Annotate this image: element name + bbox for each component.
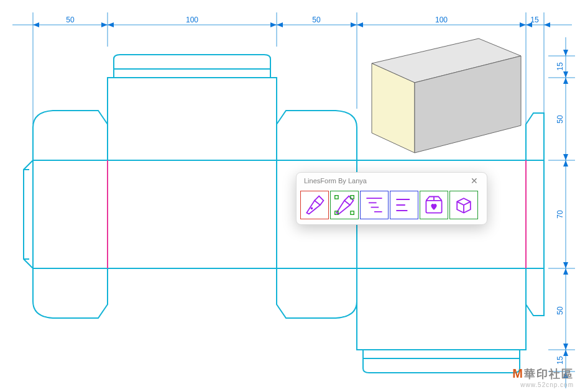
dim-right-2: 70 (556, 210, 564, 219)
box-3d-icon[interactable] (449, 191, 478, 219)
svg-marker-30 (563, 268, 568, 275)
drawing-canvas: 50 100 50 100 15 15 50 70 50 15 (0, 0, 580, 392)
box-heart-icon[interactable] (420, 191, 448, 219)
svg-marker-31 (563, 344, 568, 350)
stairs-lines-icon[interactable] (360, 191, 389, 219)
pen-select-icon[interactable] (330, 191, 359, 219)
svg-marker-33 (563, 371, 568, 378)
svg-marker-16 (544, 22, 550, 27)
svg-marker-28 (563, 160, 568, 166)
svg-marker-25 (563, 78, 568, 84)
svg-point-45 (311, 207, 313, 210)
svg-marker-12 (351, 22, 357, 27)
align-lines-icon[interactable] (390, 191, 418, 219)
dim-top-3: 100 (435, 16, 448, 24)
close-icon[interactable]: ✕ (468, 176, 481, 186)
svg-marker-29 (563, 262, 568, 268)
svg-marker-27 (563, 154, 568, 160)
box-3d-preview (372, 39, 521, 153)
svg-marker-9 (108, 22, 114, 27)
dim-top-4: 15 (530, 16, 539, 24)
dim-top-0: 50 (66, 16, 75, 24)
svg-marker-24 (563, 50, 568, 56)
dim-top-1: 100 (186, 16, 198, 24)
svg-marker-32 (563, 350, 568, 356)
svg-marker-26 (563, 71, 568, 78)
dim-right-4: 15 (556, 356, 564, 365)
dim-right-0: 15 (556, 62, 564, 71)
dim-right-3: 50 (556, 306, 564, 315)
toolbar-title: LinesForm By Lanya (304, 177, 367, 185)
linesform-toolbar[interactable]: LinesForm By Lanya ✕ (296, 172, 487, 225)
right-dimensions: 15 50 70 50 15 (548, 37, 575, 388)
svg-marker-14 (520, 22, 526, 27)
pen-tool-icon[interactable] (300, 191, 329, 219)
dim-top-2: 50 (312, 16, 321, 24)
dim-right-1: 50 (556, 115, 564, 124)
svg-rect-49 (351, 211, 354, 214)
svg-marker-7 (33, 22, 39, 27)
svg-marker-8 (101, 22, 108, 27)
svg-rect-46 (335, 196, 338, 199)
svg-marker-10 (270, 22, 277, 27)
svg-marker-13 (357, 22, 363, 27)
svg-marker-11 (277, 22, 283, 27)
